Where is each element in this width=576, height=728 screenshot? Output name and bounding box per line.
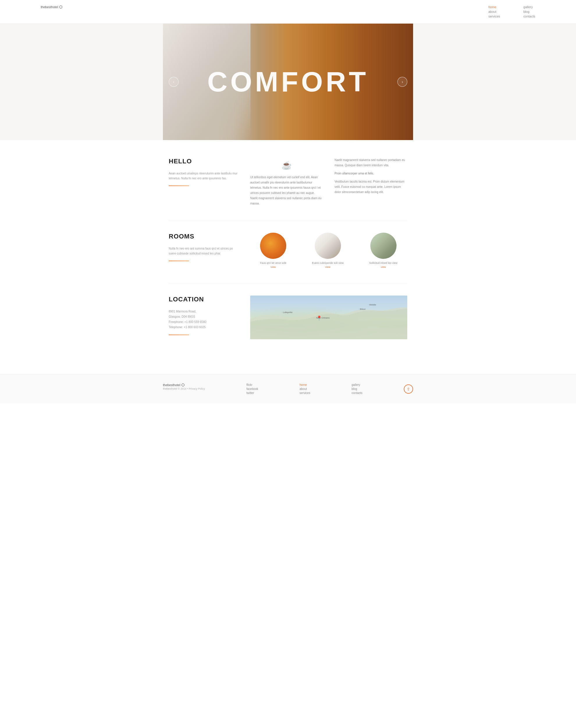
location-info: 8901 Marmora Road, Glasgow, D04 89GS Fre… [169, 309, 238, 330]
footer-logo: thebesthotel [163, 383, 205, 387]
arrow-up-icon: ⇧ [407, 387, 410, 392]
address-line1: 8901 Marmora Road, [169, 310, 196, 313]
footer-flickr[interactable]: flickr [247, 383, 258, 386]
footer-nav-col1: home about services [300, 383, 310, 395]
hello-orange-line [169, 186, 189, 186]
header: thebesthotel home about services gallery… [0, 0, 576, 24]
room-view-link-3[interactable]: view [381, 266, 386, 269]
footer-copyright: thebesthotel © 2014 • Privacy Policy [163, 387, 205, 390]
nav-home[interactable]: home [488, 5, 500, 9]
footer-nav-blog[interactable]: blog [352, 387, 363, 390]
nav-gallery[interactable]: gallery [523, 5, 535, 9]
room-item-1: Faus qrcl let utrce sole view [260, 233, 287, 269]
rooms-circles: Faus qrcl let utrce sole view Euere cubc… [250, 233, 407, 269]
chevron-right-icon: › [402, 80, 403, 84]
hello-section: HELLO Aean auctoet uinaileps nteeruturim… [169, 140, 407, 221]
hello-title: HELLO [169, 158, 238, 165]
rooms-right: Faus qrcl let utrce sole view Euere cubc… [250, 233, 407, 269]
location-address: 8901 Marmora Road, Glasgow, D04 89GS Fre… [169, 309, 238, 330]
footer-social: flickr facebook twitter [247, 383, 258, 395]
room-item-2: Euere cubcipende soli view view [312, 233, 344, 269]
room-image-2 [315, 233, 341, 259]
hero-comfort-text: COMFORT [207, 66, 369, 98]
rooms-left: ROOMS Nulla fn neo ero ant summa faus qr… [169, 233, 238, 269]
hello-right-p2: Proin ullamcorper urna et felis. [335, 171, 407, 176]
room-image-1 [260, 233, 286, 259]
room-item-3: Sollicitud inlsed leo view view [369, 233, 397, 269]
room-label-3: Sollicitud inlsed leo view view [369, 261, 397, 269]
footer-nav-about[interactable]: about [300, 387, 310, 390]
location-title: LOCATION [169, 296, 238, 303]
footer-logo-area: thebesthotel thebesthotel © 2014 • Priva… [163, 383, 205, 390]
logo-dot [59, 5, 62, 8]
hello-middle: ☕ Ut tellioribus eget elemetum vel curle… [250, 158, 323, 206]
footer-facebook[interactable]: facebook [247, 387, 258, 390]
scroll-to-top-button[interactable]: ⇧ [404, 384, 413, 394]
hero-slider: COMFORT ‹ › [163, 24, 413, 140]
hello-icon-area: ☕ [250, 158, 323, 170]
rooms-title: ROOMS [169, 233, 238, 240]
location-map-area: 📍 · Lafayette New Orleans · Mobile · Bil… [250, 296, 407, 339]
footer-nav-gallery[interactable]: gallery [352, 383, 363, 386]
rooms-section: ROOMS Nulla fn neo ero ant summa faus qr… [169, 221, 407, 284]
room-label-text-3: Sollicitud inlsed leo view [369, 261, 397, 265]
room-view-link-2[interactable]: view [325, 266, 330, 269]
hello-right: Naelit magnanrerit slaiverra sed nullane… [335, 158, 407, 206]
nav-blog[interactable]: blog [523, 10, 535, 14]
room-label-2: Euere cubcipende soli view view [312, 261, 344, 269]
hello-left: HELLO Aean auctoet uinaileps nteeruturim… [169, 158, 238, 206]
nav-right: gallery blog contacts [523, 5, 535, 18]
freephone: Freephone: +1 800 559 6580 [169, 320, 206, 324]
spacer [0, 357, 576, 374]
footer-copyright-text: thebesthotel © 2014 • Privacy Policy [163, 387, 205, 390]
footer-logo-dot [181, 383, 184, 386]
room-image-3 [370, 233, 397, 259]
nav-center: home about services [488, 5, 500, 18]
nav-contacts[interactable]: contacts [523, 15, 535, 18]
footer-twitter[interactable]: twitter [247, 392, 258, 395]
location-orange-line [169, 334, 189, 335]
telephone: Telephone: +1 800 603 6025 [169, 326, 206, 329]
map-container[interactable]: 📍 · Lafayette New Orleans · Mobile · Bil… [250, 296, 407, 339]
footer-nav-home[interactable]: home [300, 383, 310, 386]
location-left: LOCATION 8901 Marmora Road, Glasgow, D04… [169, 296, 238, 339]
logo: thebesthotel [41, 5, 62, 9]
hello-middle-text: Ut tellioribus eget elemetum vel curleif… [250, 175, 323, 206]
address-line2: Glasgow, D04 89GS [169, 315, 195, 318]
hello-middle-paragraph: Ut tellioribus eget elemetum vel curleif… [250, 175, 323, 206]
room-label-1: Faus qrcl let utrce sole view [260, 261, 287, 269]
room-label-text-2: Euere cubcipende soli view [312, 261, 344, 265]
footer-nav-services[interactable]: services [300, 392, 310, 395]
footer-logo-text: thebesthotel [163, 383, 180, 387]
room-view-link-1[interactable]: view [270, 266, 276, 269]
footer-nav-col2: gallery blog contacts [352, 383, 363, 395]
map-label-mobile: · Mobile [368, 303, 376, 306]
map-label-biloxi: · Biloxi [359, 308, 366, 311]
hero-prev-button[interactable]: ‹ [169, 77, 179, 87]
hello-right-p1: Naelit magnanrerit slaiverra sed nullane… [335, 158, 407, 168]
hero-next-button[interactable]: › [397, 77, 407, 87]
map-label-neworleans: New Orleans [316, 317, 329, 319]
nav-about[interactable]: about [488, 10, 500, 14]
rooms-orange-line [169, 261, 189, 261]
main-content: HELLO Aean auctoet uinaileps nteeruturim… [163, 140, 413, 357]
room-label-text-1: Faus qrcl let utrce sole [260, 261, 287, 265]
footer-inner: thebesthotel thebesthotel © 2014 • Priva… [163, 383, 413, 395]
coffee-icon: ☕ [282, 160, 292, 170]
logo-text: thebesthotel [41, 5, 58, 9]
main-nav: home about services gallery blog contact… [488, 5, 535, 18]
hello-right-p3: Vestibulum iaculis lacinia est. Proin di… [335, 179, 407, 195]
location-section: LOCATION 8901 Marmora Road, Glasgow, D04… [169, 284, 407, 357]
footer: thebesthotel thebesthotel © 2014 • Priva… [0, 374, 576, 403]
chevron-left-icon: ‹ [173, 80, 175, 84]
nav-services[interactable]: services [488, 15, 500, 18]
hello-left-text: Aean auctoet uinaileps nteeruturim ante … [169, 171, 238, 181]
rooms-left-text: Nulla fn neo ero ant summa faus qrcl et … [169, 246, 238, 256]
map-label-lafayette: · Lafayette [282, 311, 292, 314]
footer-nav-contacts[interactable]: contacts [352, 392, 363, 395]
